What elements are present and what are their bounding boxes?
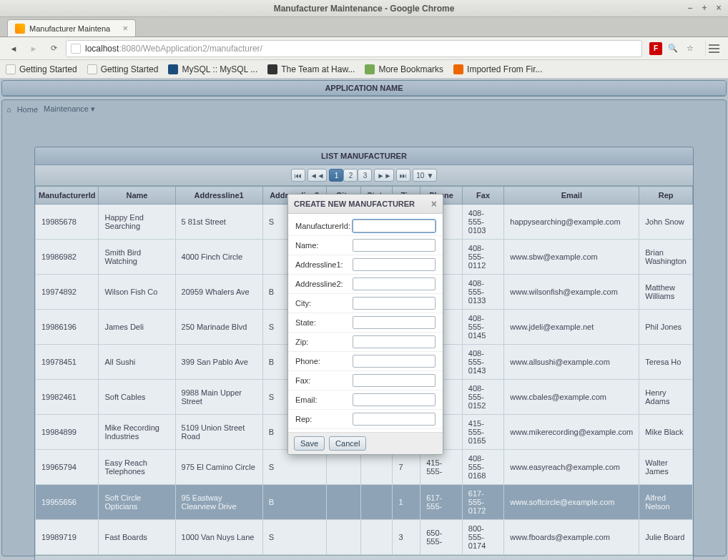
browser-tabstrip: Manufacturer Maintena × [0,17,728,37]
bookmark-item[interactable]: MySQL :: MySQL ... [168,64,257,74]
app-title: APPLICATION NAME [2,81,726,96]
close-window-icon[interactable]: × [712,1,725,14]
paginator: ⏮ ◄◄ 123 ►► ⏭ 10 ▼ [35,165,693,186]
column-header[interactable]: Name [99,187,175,205]
field-input[interactable] [353,239,436,252]
field-input[interactable] [353,413,436,426]
table-cell: www.mikerecording@example.com [504,415,639,450]
forward-button[interactable]: ► [26,41,41,57]
dialog-field-row: Rep: [288,410,443,429]
dialog-close-icon[interactable]: × [431,199,437,209]
zoom-icon[interactable]: 🔍 [666,42,679,55]
table-cell: 408-555-0133 [462,275,504,310]
table-cell: 5 81st Street [175,205,262,240]
page-first-button[interactable]: ⏮ [291,169,305,182]
table-row[interactable]: 19989719Fast Boards1000 Van Nuys LaneS36… [36,520,693,555]
url-port: :8080 [119,44,140,54]
table-cell: Soft Cables [99,380,175,415]
dialog-field-row: Zip: [288,333,443,352]
table-cell: Mike Recording Industries [99,415,175,450]
field-label: Email: [295,396,353,404]
table-cell: 19984899 [36,415,99,450]
maximize-icon[interactable]: + [698,1,711,14]
page-last-button[interactable]: ⏭ [396,169,410,182]
field-input[interactable] [353,277,436,290]
field-label: Rep: [295,415,353,423]
column-header[interactable]: Rep [639,187,693,205]
field-input[interactable] [353,316,436,329]
table-cell: Fast Boards [99,520,175,555]
field-input[interactable] [353,374,436,387]
column-header[interactable]: ManufacturerId [36,187,99,205]
field-label: ManufacturerId: [295,222,353,230]
table-cell: www.softcircle@example.com [504,485,639,520]
table-row[interactable]: 19955656Soft Circle Opticians95 Eastway … [36,485,693,520]
field-input[interactable] [353,355,436,368]
table-cell: James Deli [99,310,175,345]
crumb-home[interactable]: Home [17,105,38,114]
table-cell: 19985678 [36,205,99,240]
table-cell: 5109 Union Street Road [175,415,262,450]
column-header[interactable]: Email [504,187,639,205]
field-input[interactable] [353,258,436,271]
url-host: localhost [85,44,119,54]
bookmark-item[interactable]: The Team at Haw... [267,64,355,74]
dialog-field-row: Name: [288,236,443,255]
field-input[interactable] [353,335,436,348]
bookmark-item[interactable]: Getting Started [87,64,159,74]
page-number-button[interactable]: 1 [329,169,343,182]
page-number-button[interactable]: 3 [358,169,372,182]
page-next-button[interactable]: ►► [374,169,394,182]
page-prev-button[interactable]: ◄◄ [308,169,328,182]
bookmark-item[interactable]: More Bookmarks [365,64,443,74]
url-path: /WebApplication2/manufacturer/ [140,44,262,54]
field-input[interactable] [353,297,436,310]
table-cell: 19986982 [36,240,99,275]
table-cell: 20959 Whalers Ave [175,275,262,310]
chrome-menu-button[interactable] [705,41,722,57]
table-cell: 408-555-0143 [462,345,504,380]
bookmark-label: MySQL :: MySQL ... [182,64,257,74]
field-input[interactable] [353,393,436,406]
bookmark-label: Imported From Fir... [467,64,542,74]
field-label: City: [295,299,353,308]
table-cell: www.cbales@example.com [504,380,639,415]
cancel-button[interactable]: Cancel [329,436,366,451]
url-bar[interactable]: localhost:8080/WebApplication2/manufactu… [66,40,642,57]
table-cell: www.fboards@example.com [504,520,639,555]
page-number-button[interactable]: 2 [343,169,358,182]
table-cell: 617-555- [420,485,463,520]
table-cell: 3 [393,520,420,555]
table-cell: Henry Adams [639,380,693,415]
table-cell: 19974892 [36,275,99,310]
dialog-header[interactable]: CREATE NEW MANUFACTURER × [288,195,443,214]
table-cell: Walter James [639,450,693,485]
table-cell: 95 Eastway Clearview Drive [175,485,262,520]
table-cell: 399 San Pablo Ave [175,345,262,380]
page-size-select[interactable]: 10 ▼ [413,169,437,182]
column-header[interactable]: Addressline1 [175,187,262,205]
dialog-field-row: ManufacturerId: [288,217,443,236]
table-cell: www.sbw@example.com [504,240,639,275]
table-cell: 19965794 [36,450,99,485]
tab-close-icon[interactable]: × [122,23,128,34]
bookmark-item[interactable]: Getting Started [6,64,77,74]
bookmark-item[interactable]: Imported From Fir... [453,64,542,74]
crumb-maintenance[interactable]: Maintenance ▾ [44,104,95,114]
field-label: Zip: [295,338,353,346]
column-header[interactable]: Fax [462,187,504,205]
table-cell [361,520,393,555]
reload-button[interactable]: ⟳ [46,41,62,57]
back-button[interactable]: ◄ [6,41,21,57]
field-input[interactable] [353,220,436,232]
dialog-field-row: Fax: [288,371,443,390]
table-cell: 19986196 [36,310,99,345]
bookmark-star-icon[interactable]: ☆ [684,42,697,55]
save-button[interactable]: Save [294,436,325,451]
browser-tab[interactable]: Manufacturer Maintena × [7,19,136,36]
minimize-icon[interactable]: – [684,1,697,14]
table-cell: All Sushi [99,345,175,380]
table-cell: 250 Marinade Blvd [175,310,262,345]
bookmark-label: Getting Started [101,64,159,74]
extension-icon[interactable]: F [649,42,662,55]
